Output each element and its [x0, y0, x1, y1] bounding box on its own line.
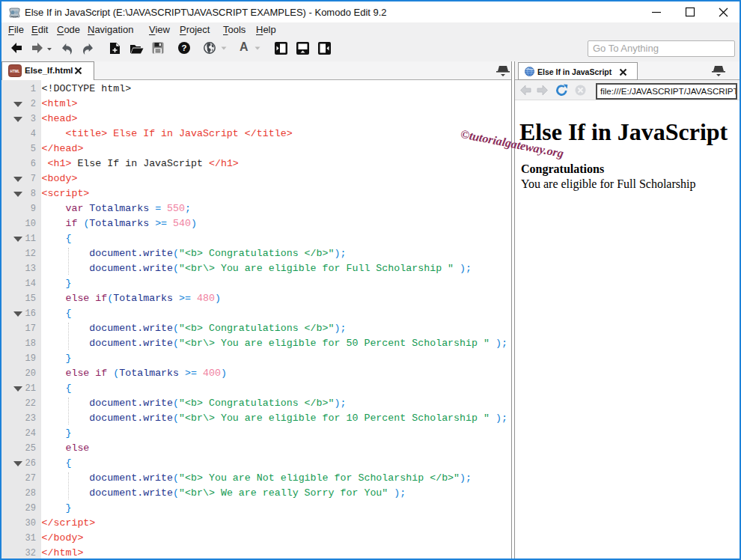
- svg-text:?: ?: [181, 43, 186, 52]
- svg-text:HTML: HTML: [10, 70, 20, 73]
